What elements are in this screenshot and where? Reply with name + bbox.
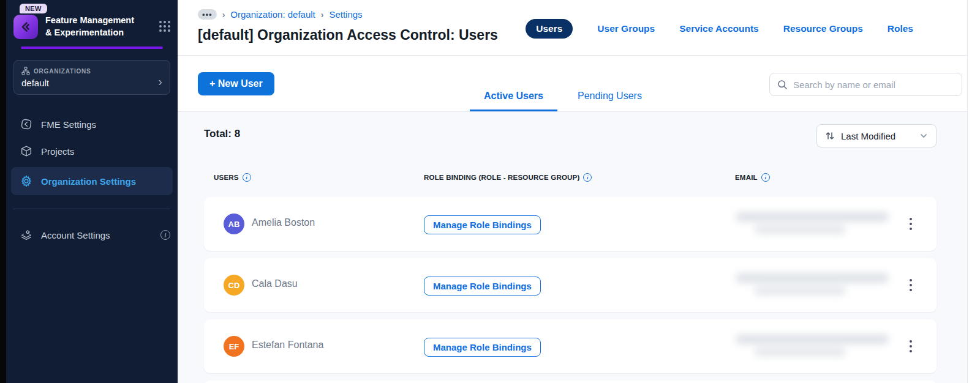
- manage-role-bindings-button[interactable]: Manage Role Bindings: [424, 215, 541, 234]
- tab-active-users[interactable]: Active Users: [470, 91, 557, 111]
- sidebar-item-projects[interactable]: Projects: [6, 138, 178, 165]
- table-row: AB Amelia Boston Manage Role Bindings: [204, 197, 937, 251]
- page-header: ••• › Organization: default › Settings […: [178, 0, 967, 56]
- projects-cube-icon: [20, 144, 33, 158]
- breadcrumb-link-organization[interactable]: Organization: default: [230, 9, 315, 20]
- sort-dropdown[interactable]: Last Modified: [816, 124, 937, 147]
- tab-pending-users[interactable]: Pending Users: [564, 91, 656, 111]
- table-row-partial: [204, 381, 937, 383]
- breadcrumb-link-settings[interactable]: Settings: [329, 9, 362, 20]
- sidebar-item-account-settings[interactable]: Account Settings i: [6, 221, 178, 248]
- brand-divider: [21, 46, 163, 49]
- table-header-row: USERS i ROLE BINDING (ROLE - RESOURCE GR…: [178, 173, 967, 183]
- sidebar-item-organization-settings[interactable]: Organization Settings: [11, 167, 173, 195]
- tab-service-accounts[interactable]: Service Accounts: [679, 23, 759, 34]
- manage-role-bindings-button[interactable]: Manage Role Bindings: [424, 277, 541, 296]
- info-icon[interactable]: i: [160, 230, 170, 240]
- tab-resource-groups[interactable]: Resource Groups: [783, 23, 863, 34]
- user-rows: AB Amelia Boston Manage Role Bindings CD…: [204, 197, 937, 373]
- info-icon[interactable]: i: [583, 173, 592, 182]
- fme-settings-icon: [20, 117, 33, 131]
- product-title: Feature Management & Experimentation: [45, 15, 137, 39]
- sidebar-divider: [13, 209, 170, 209]
- email-redacted: [736, 270, 892, 300]
- kebab-menu-button[interactable]: [905, 275, 917, 295]
- info-icon[interactable]: i: [761, 173, 770, 182]
- app-window: NEW Feature Management & Experimentation: [0, 0, 980, 383]
- search-input[interactable]: [793, 80, 954, 90]
- organizations-label: ORGANIZATIONS: [34, 68, 91, 75]
- avatar: AB: [224, 214, 244, 234]
- kebab-menu-button[interactable]: [905, 337, 917, 356]
- user-name: Amelia Boston: [252, 217, 315, 228]
- sidebar-header: NEW Feature Management & Experimentation: [6, 0, 178, 49]
- chevron-down-icon: [919, 132, 928, 140]
- main-panel: ••• › Organization: default › Settings […: [178, 0, 968, 383]
- column-header-users: USERS: [214, 174, 239, 181]
- app-grid-icon[interactable]: [159, 21, 170, 32]
- split-logo-icon: [13, 15, 38, 39]
- background-window-strip: [0, 0, 6, 383]
- table-row: EF Estefan Fontana Manage Role Bindings: [204, 319, 937, 373]
- user-name: Estefan Fontana: [252, 340, 323, 351]
- total-count: Total: 8: [204, 128, 240, 140]
- sidebar-item-fme-settings[interactable]: FME Settings: [6, 111, 178, 138]
- manage-role-bindings-button[interactable]: Manage Role Bindings: [424, 338, 541, 357]
- email-redacted: [736, 209, 892, 239]
- chevron-right-icon: ›: [321, 10, 324, 20]
- sidebar-nav: FME Settings Projects Or: [6, 111, 178, 248]
- search-icon: [777, 80, 788, 90]
- gear-icon: [20, 174, 33, 188]
- avatar: CD: [224, 275, 244, 296]
- avatar: EF: [224, 336, 244, 357]
- sidebar-item-label: Account Settings: [41, 230, 110, 240]
- toolbar: + New User Active Users Pending Users: [178, 56, 967, 112]
- sidebar-item-label: FME Settings: [41, 119, 96, 130]
- sidebar: NEW Feature Management & Experimentation: [6, 0, 178, 383]
- user-state-tabs: Active Users Pending Users: [470, 91, 656, 111]
- breadcrumb: ••• › Organization: default › Settings: [198, 9, 363, 20]
- new-user-button[interactable]: + New User: [198, 72, 274, 95]
- page-title: [default] Organization Access Control: U…: [198, 27, 498, 43]
- search-box: [769, 73, 962, 96]
- organization-switcher[interactable]: ORGANIZATIONS default ›: [13, 60, 170, 95]
- sidebar-item-label: Projects: [41, 146, 74, 157]
- account-settings-layers-icon: [20, 228, 33, 242]
- tab-user-groups[interactable]: User Groups: [597, 23, 655, 34]
- org-hierarchy-icon: [21, 67, 30, 75]
- tab-roles[interactable]: Roles: [888, 23, 913, 34]
- sort-selected-value: Last Modified: [841, 131, 913, 141]
- sort-arrows-icon: [825, 131, 835, 141]
- chevron-right-icon: ›: [222, 10, 225, 20]
- column-header-role-binding: ROLE BINDING (ROLE - RESOURCE GROUP): [424, 174, 579, 181]
- organization-name: default: [21, 78, 162, 88]
- chevron-right-icon: ›: [158, 75, 162, 87]
- tab-users[interactable]: Users: [526, 19, 573, 39]
- access-control-tabs: Users User Groups Service Accounts Resou…: [526, 19, 913, 39]
- user-name: Cala Dasu: [252, 278, 298, 289]
- sidebar-item-label: Organization Settings: [41, 176, 136, 187]
- new-badge: NEW: [20, 4, 47, 13]
- table-row: CD Cala Dasu Manage Role Bindings: [204, 258, 937, 312]
- info-icon[interactable]: i: [243, 173, 251, 182]
- column-header-email: EMAIL: [735, 174, 758, 181]
- email-redacted: [736, 332, 892, 361]
- users-list-section: Total: 8 Last Modified USERS: [178, 112, 967, 383]
- breadcrumb-ellipsis-button[interactable]: •••: [198, 9, 217, 20]
- kebab-menu-button[interactable]: [905, 214, 917, 234]
